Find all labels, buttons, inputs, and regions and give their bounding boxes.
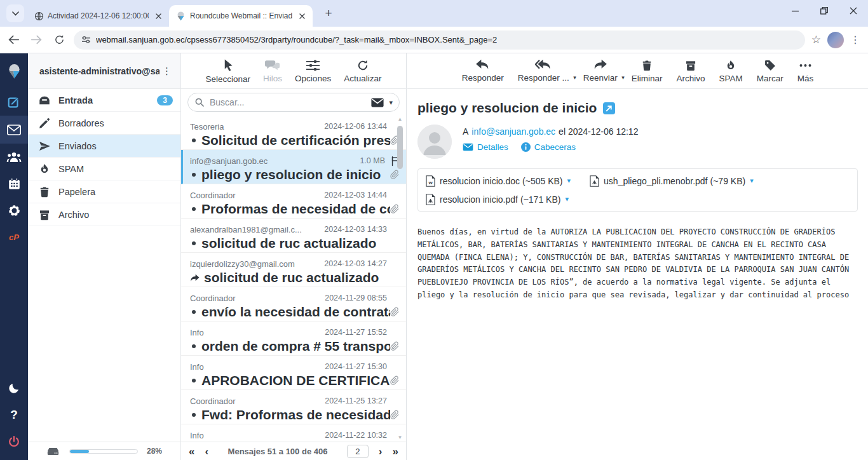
- attachment-menu-caret-icon[interactable]: ▾: [565, 195, 569, 203]
- mail-subject: pliego y resolucion de inicio: [417, 100, 597, 116]
- folder-item[interactable]: SPAM: [28, 158, 180, 180]
- message-list-item[interactable]: Info 2024-11-27 15:52 orden de compra # …: [181, 321, 406, 356]
- search-input[interactable]: [210, 97, 366, 107]
- recipient-link[interactable]: info@sanjuan.gob.ec: [471, 126, 555, 137]
- page-number-input[interactable]: [347, 445, 369, 458]
- reply-button[interactable]: Responder: [462, 59, 504, 83]
- archive-button[interactable]: Archivo: [677, 59, 705, 83]
- settings-gear-icon[interactable]: [0, 197, 28, 224]
- attachment-item[interactable]: w resolucion inicio.doc (~505 KB) ▾: [426, 173, 571, 188]
- message-list-item[interactable]: info@sanjuan.gob.ec 1.0 MB pliego y reso…: [181, 150, 406, 184]
- message-list-item[interactable]: alexandralban1981@gmail.c... 2024-12-03 …: [181, 219, 406, 253]
- threads-button[interactable]: Hilos: [263, 59, 282, 83]
- first-page-button[interactable]: «: [189, 446, 194, 457]
- tab-close-icon[interactable]: [296, 10, 308, 22]
- next-page-button[interactable]: ›: [379, 446, 383, 457]
- details-link[interactable]: Detalles: [463, 142, 508, 152]
- calendar-nav-button[interactable]: [0, 170, 28, 197]
- folder-item[interactable]: Archivo: [28, 203, 180, 226]
- profile-avatar[interactable]: [827, 32, 844, 48]
- mail-nav-button[interactable]: [0, 116, 28, 144]
- browser-menu-icon[interactable]: ⋮: [850, 34, 860, 46]
- window-minimize-button[interactable]: [780, 0, 810, 22]
- last-page-button[interactable]: »: [393, 446, 398, 457]
- select-button[interactable]: Seleccionar: [206, 58, 251, 84]
- attachment-item[interactable]: w ush_pliego_pli.menobr.pdf (~79 KB) ▾: [590, 173, 754, 188]
- reply-all-button[interactable]: Responder ... ▾: [518, 59, 569, 83]
- attachment-name[interactable]: ush_pliego_pli.menobr.pdf: [604, 176, 707, 186]
- list-scrollbar[interactable]: ▲ ▼: [396, 116, 404, 442]
- attachment-menu-caret-icon[interactable]: ▾: [567, 177, 571, 185]
- message-list-item[interactable]: Info 2024-11-22 10:32: [181, 424, 406, 442]
- reply-all-caret-icon[interactable]: ▾: [573, 74, 576, 81]
- forward-button[interactable]: Reenviar ▾: [583, 59, 618, 83]
- attachment-name[interactable]: resolucion inicio.doc: [440, 176, 520, 186]
- url-text[interactable]: webmail.sanjuan.gob.ec/cpsess6773850452/…: [96, 35, 497, 44]
- message-subject: solicitud de ruc actualizado: [204, 270, 390, 285]
- mark-button[interactable]: Marcar: [757, 59, 783, 83]
- new-tab-button[interactable]: +: [320, 6, 337, 20]
- message-list-item[interactable]: Coordinador 2024-12-03 14:44 Proformas d…: [181, 184, 406, 219]
- browser-tab-activity[interactable]: Actividad 2024-12-06 12:00:00: [28, 5, 169, 27]
- reload-button[interactable]: [50, 30, 69, 50]
- folder-item[interactable]: Enviados: [28, 135, 180, 158]
- message-subject: envío la necesidad de contratación publi…: [201, 304, 390, 320]
- options-button[interactable]: Opciones: [295, 59, 331, 83]
- message-date: 2024-12-03 14:44: [324, 191, 387, 200]
- search-scope-mail-icon[interactable]: [371, 98, 384, 107]
- open-in-new-window-icon[interactable]: [603, 102, 615, 114]
- account-menu-icon[interactable]: ⋮: [159, 65, 174, 77]
- bookmark-star-icon[interactable]: ☆: [811, 33, 821, 46]
- prev-page-button[interactable]: ‹: [205, 446, 208, 457]
- search-box[interactable]: ▾: [187, 93, 400, 112]
- unread-dot-icon: [192, 139, 196, 142]
- message-list-item[interactable]: Coordinador 2024-11-29 08:55 envío la ne…: [181, 287, 406, 321]
- message-sender: Coordinador: [190, 294, 320, 303]
- browser-tab-roundcube[interactable]: Roundcube Webmail :: Enviados: [169, 5, 313, 27]
- headers-link[interactable]: Cabeceras: [521, 142, 576, 152]
- folder-item[interactable]: Papelera: [28, 180, 180, 203]
- roundcube-favicon-icon: [175, 11, 186, 22]
- mail-header: A info@sanjuan.gob.ec el 2024-12-06 12:1…: [417, 125, 858, 159]
- folder-label: Enviados: [58, 141, 173, 151]
- folder-item[interactable]: Borradores: [28, 112, 180, 135]
- site-info-icon[interactable]: [81, 36, 91, 44]
- logout-power-icon[interactable]: [0, 428, 28, 455]
- cpanel-logo-icon[interactable]: cP: [0, 224, 28, 250]
- window-restore-button[interactable]: [810, 0, 839, 22]
- message-list-item[interactable]: izquierdolizzy30@gmail.com 2024-12-03 14…: [181, 253, 406, 287]
- window-close-button[interactable]: [839, 0, 868, 22]
- scrollbar-thumb[interactable]: [397, 126, 403, 169]
- search-options-chevron-icon[interactable]: ▾: [389, 98, 393, 107]
- compose-button[interactable]: [0, 89, 28, 116]
- svg-text:w: w: [428, 179, 433, 185]
- account-header[interactable]: asistente-administrativo@sa... ⋮: [28, 53, 180, 89]
- forward-button[interactable]: [27, 30, 46, 50]
- refresh-button[interactable]: Actualizar: [344, 59, 381, 83]
- globe-icon: [34, 11, 44, 21]
- message-list-item[interactable]: Coordinador 2024-11-25 13:27 Fwd: Profor…: [181, 390, 406, 424]
- back-button[interactable]: [4, 30, 23, 50]
- help-icon[interactable]: ?: [0, 402, 28, 428]
- subject-row: pliego y resolucion de inicio: [417, 100, 858, 116]
- sliders-icon: [306, 59, 320, 72]
- scroll-up-icon[interactable]: ▲: [396, 116, 404, 123]
- forward-caret-icon[interactable]: ▾: [621, 74, 625, 81]
- attachment-menu-caret-icon[interactable]: ▾: [750, 177, 754, 185]
- contacts-nav-button[interactable]: [0, 144, 28, 170]
- tab-search-button[interactable]: [6, 4, 24, 22]
- dark-mode-moon-icon[interactable]: [0, 375, 28, 402]
- message-list-item[interactable]: Tesoreria 2024-12-06 13:44 Solicitud de …: [181, 116, 406, 150]
- spam-button[interactable]: SPAM: [719, 59, 743, 83]
- tab-close-icon[interactable]: [153, 10, 164, 22]
- delete-button[interactable]: Eliminar: [632, 59, 663, 83]
- folder-item[interactable]: Entrada 3: [28, 89, 180, 112]
- scroll-down-icon[interactable]: ▼: [396, 434, 404, 442]
- address-bar[interactable]: webmail.sanjuan.gob.ec/cpsess6773850452/…: [74, 30, 805, 50]
- reply-all-icon: [535, 59, 552, 71]
- message-list-item[interactable]: Info 2024-11-27 15:30 APROBACION DE CERT…: [181, 356, 406, 390]
- more-button[interactable]: Más: [797, 59, 814, 83]
- attachment-name[interactable]: resolucion inicio.pdf: [440, 194, 518, 205]
- attachment-item[interactable]: w resolucion inicio.pdf (~171 KB) ▾: [426, 192, 569, 206]
- roundcube-logo-icon[interactable]: [0, 53, 28, 89]
